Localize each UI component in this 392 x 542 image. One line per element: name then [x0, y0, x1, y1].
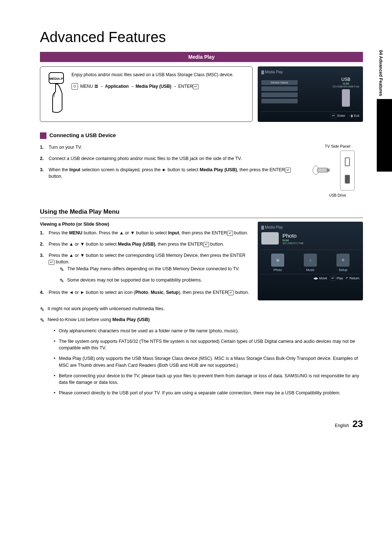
- free-space: 315.0MB/495.0MB Free: [332, 85, 359, 88]
- tv-side-panel-diagram: TV Side Panel USB Drive: [312, 144, 363, 197]
- bullet: Media Play (USB) only supports the USB M…: [54, 355, 363, 369]
- path-enter: ENTER: [178, 84, 193, 89]
- device-slot: [261, 99, 298, 103]
- enter-hint: Enter: [337, 114, 345, 118]
- play-hint: Play: [336, 276, 343, 280]
- enter-icon: ↵: [285, 168, 291, 173]
- photo-menu-item: ▦Photo: [267, 254, 289, 272]
- exit-hint: Exit: [354, 114, 359, 118]
- section-marker: [40, 132, 46, 139]
- ps-sum: SUM: [282, 239, 303, 242]
- section-using-media-play: Using the Media Play Menu: [40, 208, 363, 215]
- usb-drive-icon: [312, 163, 330, 177]
- note-icon: ✎: [40, 305, 45, 314]
- ms-header: ▓ Media Play: [261, 70, 359, 74]
- menu-word: MENU: [80, 84, 93, 89]
- section-connecting-usb: Connecting a USB Device: [40, 132, 363, 139]
- section-label: 04 Advanced Features: [377, 47, 385, 99]
- bullet: Please connect directly to the USB port …: [54, 390, 363, 397]
- mstep1: Press the MENU button. Press the ▲ or ▼ …: [40, 230, 250, 237]
- enter-icon: ↵: [330, 276, 336, 281]
- thumb-indicator: [377, 99, 392, 172]
- media-play-photo-screenshot: ▓ Media Play Photo SUM 307.2MB/973.7MB ▦…: [258, 222, 363, 300]
- note-text: It might not work properly with unlicens…: [48, 305, 164, 314]
- divider: [40, 218, 363, 218]
- bullet: Only alphanumeric characters must be use…: [54, 328, 363, 334]
- page-title: Advanced Features: [40, 29, 363, 45]
- setup-icon: ⚙: [336, 254, 350, 267]
- note-icon: ✎: [60, 266, 64, 274]
- enter-icon: ↵: [193, 84, 199, 89]
- enter-icon: ↵: [203, 242, 209, 247]
- photo-icon: ▦: [271, 254, 284, 267]
- enter-icon: ↵: [227, 231, 233, 236]
- setup-menu-item: ⚙Setup: [332, 254, 354, 272]
- subsection-viewing-photo: Viewing a Photo (or Slide Show): [40, 222, 250, 227]
- step3: When the Input selection screen is displ…: [40, 167, 305, 180]
- media-play-heading: Media Play: [40, 52, 363, 62]
- svg-rect-3: [327, 169, 330, 172]
- note-icon: ✎: [60, 277, 64, 285]
- intro-box: MEDIA.P Enjoy photos and/or music files …: [40, 66, 253, 122]
- panel-title: TV Side Panel: [312, 144, 363, 148]
- note-text: The Media Play menu differs depending on…: [67, 266, 240, 274]
- usb-plug-icon: [342, 89, 350, 107]
- menu-grid-icon: 𝌆: [93, 84, 99, 89]
- sum-label: SUM: [332, 82, 359, 85]
- svg-rect-2: [317, 168, 328, 172]
- remote-hand-icon: MEDIA.P: [45, 72, 67, 116]
- page-footer: English 23: [40, 418, 363, 430]
- note-text: Need-to-Know List before using Media Pla…: [48, 316, 150, 325]
- ps-header: ▓ Media Play: [261, 225, 359, 229]
- move-hint: Move: [319, 276, 327, 280]
- camera-icon: [261, 232, 279, 245]
- step1: Turn on your TV.: [40, 144, 305, 151]
- note-icon: ✎: [40, 316, 45, 325]
- hdmi-port-icon: [345, 157, 350, 166]
- device-slot: [261, 86, 298, 91]
- enter-icon: ↵: [49, 260, 54, 265]
- device-name-row: Device Name: [261, 80, 298, 85]
- usb-drive-label: USB Drive: [312, 193, 363, 197]
- path-media-play: Media Play (USB): [135, 84, 171, 89]
- side-tab: 04 Advanced Features: [377, 47, 392, 272]
- step2: Connect a USB device containing photo an…: [40, 155, 305, 162]
- usb-port-icon: [345, 175, 350, 184]
- mstep3: Press the ▲ or ▼ button to select the co…: [40, 252, 250, 285]
- music-icon: ♫: [304, 254, 317, 267]
- mstep2: Press the ▲ or ▼ button to select Media …: [40, 241, 250, 248]
- media-play-input-screenshot: ▓ Media Play Device Name USB SUM 315.0MB…: [258, 66, 363, 122]
- return-hint: Return: [350, 276, 359, 280]
- footer-language: English: [335, 423, 349, 428]
- media-p-button-label: MEDIA.P: [49, 77, 63, 81]
- ps-title: Photo: [282, 233, 303, 239]
- intro-text: Enjoy photos and/or music files saved on…: [72, 72, 233, 78]
- path-application: Application: [105, 84, 128, 89]
- enter-icon: ↵: [331, 113, 336, 118]
- page-number: 23: [352, 418, 363, 429]
- enter-icon: ↵: [228, 290, 234, 295]
- bullet: The file system only supports FAT16/32 (…: [54, 338, 363, 352]
- ps-free: 307.2MB/973.7MB: [282, 242, 303, 245]
- mstep4: Press the ◄ or ► button to select an ico…: [40, 289, 250, 296]
- usb-label: USB: [332, 77, 359, 82]
- remote-button-icon: O: [72, 83, 78, 90]
- device-slot: [261, 93, 298, 97]
- note-text: Some devices may not be supported due to…: [67, 277, 202, 285]
- bullet: Before connecting your device to the TV,…: [54, 373, 363, 386]
- menu-path: O MENU 𝌆 → Application → Media Play (USB…: [72, 83, 233, 90]
- music-menu-item: ♫Music: [299, 254, 321, 272]
